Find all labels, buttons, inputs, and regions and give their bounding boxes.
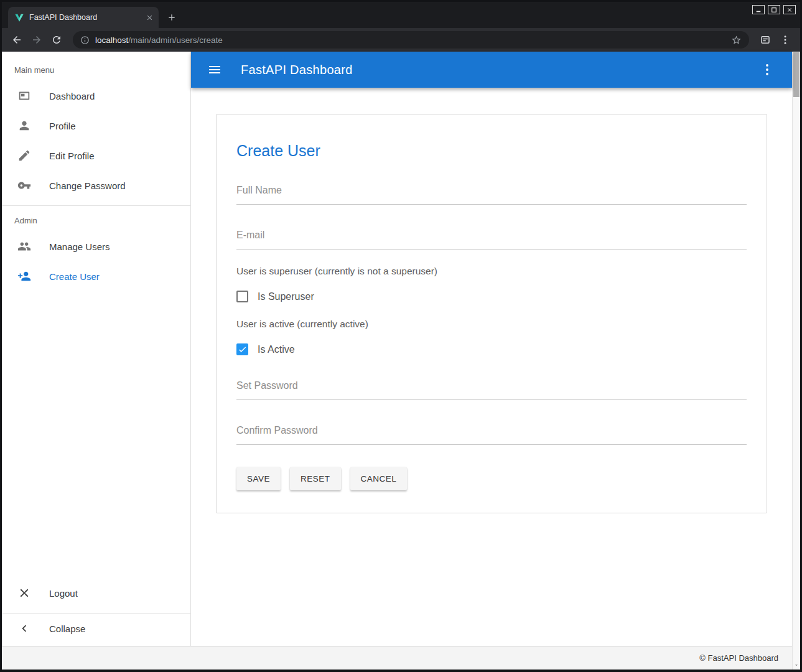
window-maximize-button[interactable] [768, 5, 780, 14]
sidebar-item-create-user[interactable]: Create User [2, 261, 190, 291]
scroll-down-arrow-icon[interactable] [793, 661, 800, 670]
form-actions: SAVE RESET CANCEL [236, 467, 747, 490]
url-bar[interactable]: localhost/main/admin/users/create [73, 31, 749, 49]
email-input[interactable] [236, 225, 747, 250]
window-minimize-button[interactable] [752, 5, 765, 14]
save-button[interactable]: SAVE [236, 467, 281, 490]
sidebar-item-label: Change Password [49, 180, 126, 191]
tab-close-icon[interactable] [144, 12, 155, 23]
page-scrollbar[interactable] [792, 52, 800, 670]
sidebar-item-logout[interactable]: Logout [2, 578, 190, 608]
superuser-hint: User is superuser (currently is not a su… [236, 266, 747, 277]
new-tab-button[interactable] [164, 9, 180, 26]
reset-button[interactable]: RESET [290, 467, 341, 490]
confirm-password-input[interactable] [236, 420, 747, 445]
create-user-card: Create User User is superuser (currently… [216, 114, 767, 513]
dashboard-icon [17, 88, 32, 103]
vuetify-favicon-icon [14, 12, 24, 22]
is-superuser-label: Is Superuser [258, 291, 314, 302]
sidebar-item-label: Manage Users [49, 241, 110, 252]
is-active-checkbox[interactable]: Is Active [236, 343, 747, 355]
sidebar-item-label: Profile [49, 121, 76, 131]
extensions-icon[interactable] [757, 31, 774, 49]
sidebar-section-main-menu: Main menu [2, 55, 190, 81]
full-name-input[interactable] [236, 180, 747, 205]
hamburger-menu-icon[interactable] [207, 62, 222, 77]
sidebar-item-label: Logout [49, 588, 78, 599]
close-icon [17, 586, 32, 600]
forward-icon[interactable] [28, 31, 45, 49]
appbar-title: FastAPI Dashboard [241, 63, 353, 77]
sidebar-item-profile[interactable]: Profile [2, 111, 190, 141]
sidebar-item-edit-profile[interactable]: Edit Profile [2, 141, 190, 170]
browser-window: FastAPI Dashboard [0, 0, 802, 672]
pencil-icon [17, 148, 32, 163]
sidebar-item-dashboard[interactable]: Dashboard [2, 81, 190, 111]
url-path: /main/admin/users/create [128, 35, 223, 45]
window-close-button[interactable] [783, 5, 796, 14]
key-icon [17, 178, 32, 193]
url-text: localhost/main/admin/users/create [95, 35, 223, 45]
people-icon [17, 239, 32, 254]
sidebar-item-change-password[interactable]: Change Password [2, 170, 190, 200]
browser-tab[interactable]: FastAPI Dashboard [8, 7, 159, 28]
checkbox-checked-icon[interactable] [236, 343, 248, 355]
active-hint: User is active (currently active) [236, 319, 747, 330]
app-bar: FastAPI Dashboard [191, 52, 792, 88]
chevron-left-icon [17, 621, 32, 636]
main-area: FastAPI Dashboard Create User User is su… [191, 52, 792, 646]
sidebar-item-label: Edit Profile [49, 151, 95, 161]
checkbox-unchecked-icon[interactable] [236, 291, 248, 302]
sidebar-item-label: Collapse [49, 623, 85, 634]
set-password-input[interactable] [236, 375, 747, 400]
url-host: localhost [95, 35, 128, 45]
sidebar-item-label: Dashboard [49, 91, 95, 101]
bookmark-star-icon[interactable] [731, 35, 742, 45]
copyright-text: © FastAPI Dashboard [699, 653, 778, 663]
site-info-icon[interactable] [80, 35, 90, 45]
is-superuser-checkbox[interactable]: Is Superuser [236, 291, 747, 302]
tab-title: FastAPI Dashboard [29, 13, 139, 22]
page-footer: © FastAPI Dashboard [2, 646, 792, 670]
sidebar-item-collapse[interactable]: Collapse [2, 614, 190, 643]
person-add-icon [17, 269, 32, 284]
window-controls [752, 5, 796, 14]
sidebar-section-admin: Admin [2, 206, 190, 231]
browser-toolbar: localhost/main/admin/users/create [2, 28, 800, 52]
sidebar-spacer [2, 291, 190, 578]
cancel-button[interactable]: CANCEL [350, 467, 408, 490]
person-icon [17, 118, 32, 133]
back-icon[interactable] [8, 31, 26, 49]
content-area: Create User User is superuser (currently… [191, 88, 792, 646]
page-title: Create User [236, 142, 747, 160]
scrollbar-thumb[interactable] [793, 52, 800, 97]
browser-menu-icon[interactable] [776, 31, 794, 49]
overflow-menu-icon[interactable] [760, 62, 775, 77]
is-active-label: Is Active [258, 344, 295, 355]
sidebar-item-label: Create User [49, 271, 100, 282]
sidebar: Main menu Dashboard Profile [2, 52, 191, 646]
reload-icon[interactable] [48, 31, 65, 49]
page-area: Main menu Dashboard Profile [2, 52, 800, 670]
sidebar-item-manage-users[interactable]: Manage Users [2, 231, 190, 261]
browser-tab-strip: FastAPI Dashboard [2, 2, 800, 28]
